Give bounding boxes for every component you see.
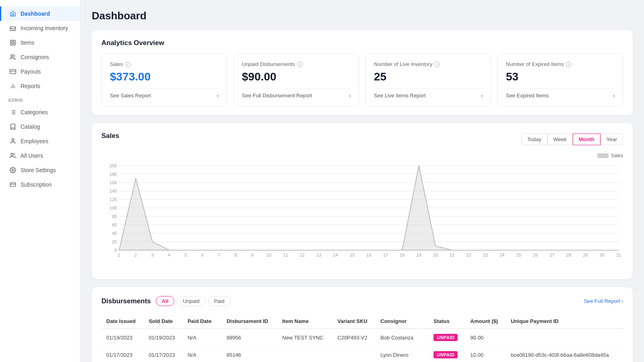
svg-text:7: 7 [218,253,220,257]
sidebar-item-all-users[interactable]: All Users [0,148,80,163]
disb-filter-paid[interactable]: Paid [208,296,231,306]
see-full-report-link[interactable]: See Full Report › [584,298,623,304]
svg-text:2: 2 [134,253,137,257]
legend-box [597,153,609,158]
svg-text:23: 23 [483,253,488,257]
sidebar-item-label: Reports [21,83,40,89]
svg-text:6: 6 [201,253,204,257]
svg-point-18 [11,153,13,155]
list-icon [9,109,17,116]
time-filter-group: TodayWeekMonthYear [521,134,623,145]
disbursements-table: Date IssuedSold DatePaid DateDisbursemen… [101,314,623,362]
svg-text:18: 18 [400,253,405,257]
card-link-expired-items[interactable]: See Expired Items › [506,88,615,99]
sidebar-item-subscription[interactable]: Subscription [0,177,80,192]
svg-text:17: 17 [383,253,388,257]
svg-text:20: 20 [112,239,117,244]
th-date-issued: Date Issued [101,314,144,329]
svg-rect-20 [10,183,15,186]
disbursements-title: Disbursements [101,297,151,305]
sidebar-item-label: Incoming Inventory [21,25,68,31]
svg-text:100: 100 [109,206,117,210]
svg-point-5 [11,55,13,57]
svg-text:20: 20 [433,253,438,257]
svg-text:0: 0 [114,248,117,252]
sidebar-item-reports[interactable]: Reports [0,79,80,93]
svg-rect-3 [10,43,12,45]
chart-legend: Sales [101,153,623,158]
sidebar-item-consignors[interactable]: Consignors [0,50,80,64]
svg-text:80: 80 [112,214,117,218]
sidebar-item-label: Subscription [21,181,52,188]
sidebar-item-items[interactable]: Items [0,35,80,50]
svg-point-19 [12,169,14,171]
time-filter-week[interactable]: Week [547,134,573,145]
sales-chart-svg: 0204060801001201401601802001234567891011… [101,162,623,262]
sidebar-item-categories[interactable]: Categories [0,105,80,119]
analytics-card-sales: Sales i $373.00 See Sales Report › [101,53,227,106]
table-row: 01/17/202301/17/2023N/A85146Lynn DineroU… [101,346,623,362]
users-icon [9,152,17,159]
svg-text:21: 21 [450,253,454,257]
card-value-unpaid-disbursements: $90.00 [242,70,351,83]
th-unique-payment-id: Unique Payment ID [506,314,623,329]
svg-rect-2 [13,40,15,42]
svg-text:24: 24 [500,253,504,257]
th-amount-: Amount ($) [466,314,506,329]
status-badge: UNPAID [433,334,458,341]
disbursements-header: Disbursements AllUnpaidPaid See Full Rep… [101,296,623,306]
svg-text:3: 3 [151,253,154,257]
svg-text:1: 1 [118,253,120,257]
chart-container: 0204060801001201401601802001234567891011… [101,162,623,270]
main-content: Dashboard Analytics Overview Sales i $37… [80,0,644,362]
info-icon-expired-items[interactable]: i [566,62,572,67]
disb-filter-all[interactable]: All [156,296,175,306]
disb-filter-unpaid[interactable]: Unpaid [177,296,205,306]
disbursements-section: Disbursements AllUnpaidPaid See Full Rep… [92,287,633,362]
analytics-section: Analytics Overview Sales i $373.00 See S… [92,30,633,115]
card-value-live-inventory: 25 [374,70,483,83]
disbursements-title-row: Disbursements AllUnpaidPaid [101,296,231,306]
time-filter-month[interactable]: Month [573,134,601,145]
analytics-title: Analytics Overview [101,39,623,47]
svg-rect-4 [13,43,15,45]
svg-text:200: 200 [109,163,117,168]
disbursements-filter-group: AllUnpaidPaid [156,296,231,306]
sidebar-item-store-settings[interactable]: Store Settings [0,163,80,177]
analytics-card-expired-items: Number of Expired Items i 53 See Expired… [497,53,623,106]
home-icon [9,10,17,17]
card-label-live-inventory: Number of Live Inventory i [374,61,483,67]
sidebar-item-label: Items [21,39,34,46]
sidebar-item-label: Consignors [21,54,49,60]
sidebar-item-incoming-inventory[interactable]: Incoming Inventory [0,21,80,35]
svg-rect-0 [10,27,15,31]
sidebar-item-dashboard[interactable]: Dashboard [0,6,80,21]
time-filter-today[interactable]: Today [521,134,547,145]
page-title: Dashboard [92,10,633,22]
svg-text:4: 4 [168,253,170,257]
bar-chart-icon [9,82,17,90]
th-variant-sku: Variant SKU [332,314,376,329]
card-link-live-inventory[interactable]: See Live Items Report › [374,88,483,99]
sidebar-item-catalog[interactable]: Catalog [0,119,80,134]
svg-text:12: 12 [300,253,305,257]
card-link-unpaid-disbursements[interactable]: See Full Disbursement Report › [242,88,351,99]
sidebar-item-employees[interactable]: Employees [0,134,80,148]
time-filter-year[interactable]: Year [601,134,623,145]
svg-text:29: 29 [583,253,588,257]
sidebar-item-label: Employees [21,138,48,144]
settings-icon [9,167,17,174]
svg-text:28: 28 [566,253,571,257]
card-link-sales[interactable]: See Sales Report › [110,88,219,99]
info-icon-unpaid-disbursements[interactable]: i [297,62,303,67]
th-disbursement-id: Disbursement ID [222,314,277,329]
info-icon-live-inventory[interactable]: i [434,62,440,67]
info-icon-sales[interactable]: i [125,62,131,67]
disbursements-tbody: 01/19/202301/19/2023N/A88956New TEST SYN… [101,329,623,362]
sidebar-item-label: Catalog [21,123,40,130]
admin-section-label: ADMIN [0,93,80,105]
svg-point-17 [12,139,14,141]
inbox-icon [9,25,17,32]
sidebar-item-label: Payouts [21,68,41,75]
sidebar-item-payouts[interactable]: Payouts [0,64,80,79]
